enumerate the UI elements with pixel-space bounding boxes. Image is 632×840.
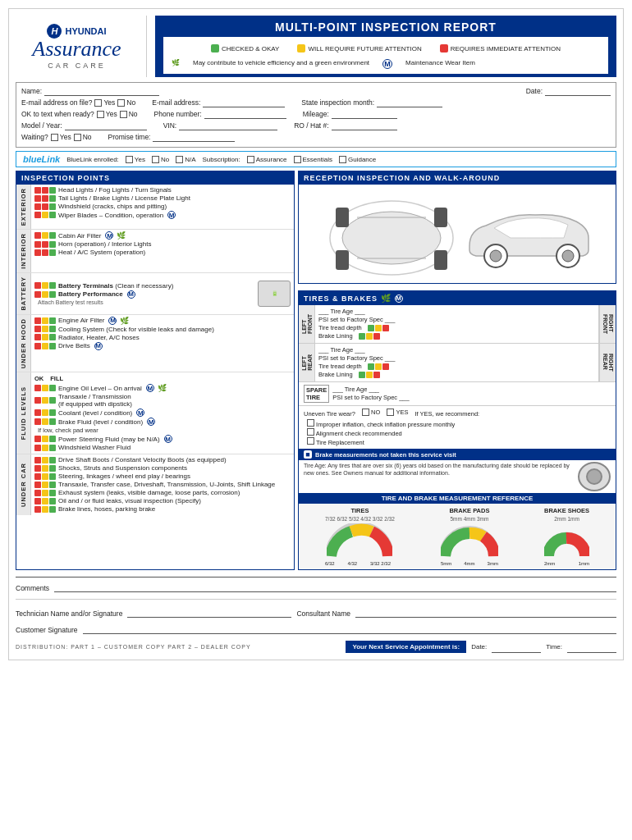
tires-header: TIRES & BRAKES 🌿 M (299, 291, 616, 305)
tire-gauges: TIRES 7/32 6/32 5/32 4/32 3/32 2/32 (299, 504, 616, 569)
green-sq (49, 465, 56, 472)
brake-desc-inner: Tire Age: Any tires that are over six (6… (304, 462, 611, 491)
mileage-field: Mileage: (303, 109, 397, 119)
under-car-items: Drive Shaft Boots / Constant Velocity Bo… (31, 454, 294, 515)
fill-label: FILL (50, 375, 63, 382)
status-squares (34, 334, 56, 340)
name-label: Name: (21, 87, 42, 95)
appt-time-input[interactable] (567, 641, 616, 653)
left-front-label-col: LEFTFRONT (299, 305, 315, 343)
fluid-items: Engine Oil Level – On arrival M 🌿 Transa… (31, 382, 294, 454)
vin-input[interactable] (179, 121, 277, 130)
red-sq (34, 195, 41, 202)
comments-line[interactable] (54, 581, 616, 592)
brake-note-icon: ■ (304, 450, 312, 459)
yellow-sq (42, 482, 48, 488)
leaf-icon: 🌿 (172, 59, 180, 69)
text-yes-cb[interactable]: Yes (97, 110, 117, 118)
phone-input[interactable] (204, 109, 286, 119)
header: H HYUNDAI Assurance CAR CARE MULTI-POINT… (16, 16, 616, 77)
list-item: Battery Terminals (Clean if necessary) (34, 282, 254, 290)
tire-ref-title: TIRE AND BRAKE MEASUREMENT REFERENCE (382, 495, 534, 502)
yellow-sq (42, 409, 48, 416)
tires-gauge-svg (327, 523, 392, 560)
red-sq (34, 418, 41, 425)
spare-psi-label: PSI set to Factory Spec ___ (332, 394, 409, 401)
green-sq (49, 436, 56, 442)
brake-pads-gauge: BRAKE PADS 5mm 4mm 3mm 5mm 4mm (441, 507, 498, 566)
green-sq (49, 490, 56, 496)
date-field: Date: (526, 86, 611, 96)
ro-field: RO / Hat #: (294, 121, 397, 130)
status-squares (34, 385, 56, 391)
legend-green-label: CHECKED & OKAY (222, 45, 280, 52)
date-input[interactable] (545, 86, 611, 96)
item-label: Cabin Air Filter (58, 232, 101, 240)
rear-tire-age-label: ___ Tire Age ___ (318, 346, 365, 354)
consultant-sig-line[interactable] (355, 606, 616, 618)
tire-icon (578, 462, 611, 491)
item-label: Horn (operation) / Interior Lights (58, 240, 151, 248)
right-rear-label: RIGHTREAR (602, 351, 615, 374)
rec-2-cb[interactable] (307, 428, 314, 436)
status-squares (34, 498, 56, 504)
email-no-cb[interactable]: No (117, 98, 135, 107)
bl-yes-cb[interactable]: Yes (126, 156, 145, 163)
sub-essentials-cb[interactable]: Essentials (294, 156, 332, 163)
bp-scale-bottom: 5mm 4mm 3mm (441, 561, 498, 566)
tires-values: 7/32 6/32 5/32 4/32 3/32 2/32 (325, 516, 395, 522)
customer-sig-line[interactable] (83, 623, 616, 634)
tire-front-row: LEFTFRONT ___ Tire Age ___ PSI set to Fa… (299, 305, 616, 343)
waiting-no-cb[interactable]: No (74, 133, 92, 141)
ro-input[interactable] (332, 121, 397, 130)
bl-no-cb[interactable]: No (152, 156, 169, 163)
list-item: Horn (operation) / Interior Lights (34, 240, 291, 248)
text-no-cb[interactable]: No (120, 110, 138, 118)
email-addr-input[interactable] (203, 98, 285, 107)
uneven-no-cb[interactable]: NO (362, 409, 380, 416)
bl-na-cb[interactable]: N/A (176, 156, 195, 163)
legend-row: CHECKED & OKAY WILL REQUIRE FUTURE ATTEN… (167, 43, 605, 53)
state-insp-input[interactable] (377, 98, 442, 107)
M-badge: M (164, 435, 172, 443)
rec-1-cb[interactable] (307, 419, 314, 427)
green-sq (49, 249, 56, 256)
spare-section: SPARETIRE ___ Tire Age ___ PSI set to Fa… (299, 381, 616, 405)
sub-guidance-cb[interactable]: Guidance (339, 156, 376, 163)
uneven-row: Uneven Tire wear? NO YES If YES, we reco… (304, 409, 611, 418)
model-input[interactable] (65, 121, 147, 130)
tech-sig-line[interactable] (127, 606, 291, 618)
psi-line: PSI set to Factory Spec ___ (318, 316, 595, 323)
interior-label-col: INTERIOR (16, 230, 31, 272)
svg-rect-2 (336, 208, 349, 227)
status-squares (34, 473, 56, 480)
bs-scale-2: 1mm (579, 561, 589, 566)
maint-icon: M (382, 59, 392, 69)
item-label: Steering, linkages / wheel end play / be… (58, 472, 190, 480)
mileage-input[interactable] (332, 109, 397, 119)
appt-date-input[interactable] (492, 641, 541, 653)
bp-scale-1: 5mm (441, 561, 451, 566)
report-header: MULTI-POINT INSPECTION REPORT CHECKED & … (155, 16, 616, 77)
list-item: Exhaust system (leaks, visible damage, l… (34, 489, 291, 496)
brand-name: HYUNDAI (65, 26, 106, 36)
waiting-yes-cb[interactable]: Yes (51, 133, 71, 141)
battery-items: Battery Terminals (Clean if necessary) B… (31, 273, 294, 314)
red-sq (34, 249, 41, 256)
uneven-yes-cb[interactable]: YES (387, 409, 408, 416)
sub-assurance-cb[interactable]: Assurance (247, 156, 287, 163)
bs-scale-bottom: 2mm 1mm (544, 561, 589, 566)
bs-scale-1: 2mm (544, 561, 555, 566)
red-sq (34, 232, 41, 239)
red-sq (382, 325, 389, 331)
rec-3-cb[interactable] (307, 437, 314, 445)
promise-input[interactable] (153, 132, 235, 142)
red-sq (373, 372, 380, 378)
date-label: Date: (471, 643, 487, 651)
yellow-sq (42, 473, 48, 480)
name-input[interactable] (44, 86, 159, 96)
email-yes-cb[interactable]: Yes (94, 98, 115, 107)
fluid-label: FLUID LEVELS (18, 383, 29, 443)
svg-rect-3 (434, 208, 447, 227)
green-sq (49, 418, 56, 425)
